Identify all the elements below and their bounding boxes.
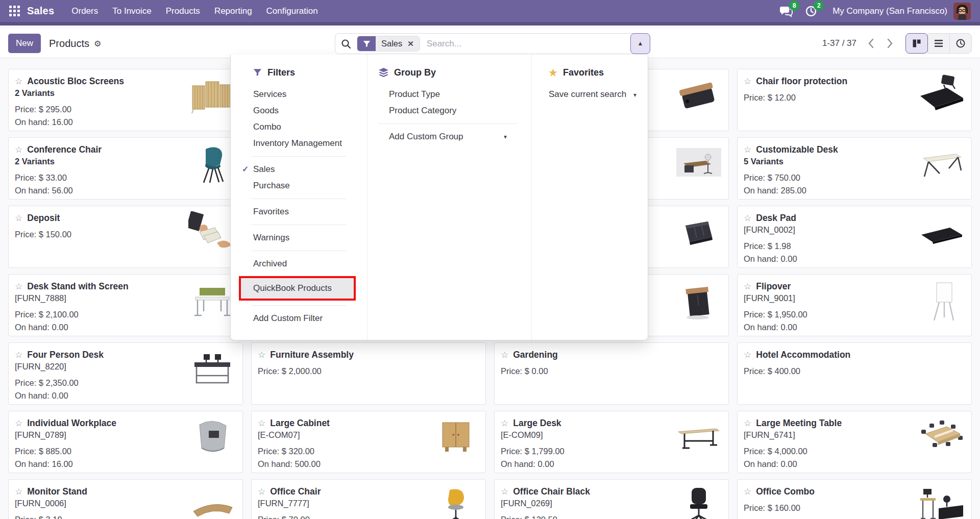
filter-item-purchase[interactable]: Purchase — [243, 178, 367, 194]
kanban-card-hotel-accommodation[interactable]: ☆Hotel AccommodationPrice: $ 400.00 — [737, 342, 972, 405]
facet-label: Sales — [381, 39, 402, 48]
filter-funnel-icon — [253, 68, 262, 77]
favorite-star-icon[interactable]: ☆ — [15, 349, 22, 361]
activities-button[interactable]: 2 — [805, 5, 817, 17]
pager-next-icon[interactable] — [887, 38, 893, 48]
save-current-search[interactable]: Save current search ▾ — [549, 86, 648, 103]
product-name: Flipover — [756, 281, 791, 292]
kanban-card-customizable-desk[interactable]: ☆Customizable Desk5 VariantsPrice: $ 750… — [737, 137, 972, 200]
favorite-star-icon[interactable]: ☆ — [258, 349, 265, 361]
kanban-card-chair-floor-protection[interactable]: ☆Chair floor protectionPrice: $ 12.00 — [737, 69, 972, 131]
filters-section: Filters ServicesGoodsComboInventory Mana… — [231, 55, 367, 340]
favorite-star-icon[interactable]: ☆ — [744, 486, 751, 498]
product-name: Large Meeting Table — [756, 417, 842, 429]
favorite-star-icon[interactable]: ☆ — [501, 349, 508, 361]
filter-item-combo[interactable]: Combo — [243, 119, 367, 135]
messages-button[interactable]: 8 — [779, 5, 793, 17]
product-variant-count: 2 Variants — [15, 87, 235, 99]
filter-item-add-custom-filter[interactable]: Add Custom Filter — [243, 310, 367, 327]
facet-remove-icon[interactable]: ✕ — [407, 39, 414, 48]
filter-item-inventory-management[interactable]: Inventory Management — [243, 135, 367, 152]
nav-menu-configuration[interactable]: Configuration — [259, 6, 325, 16]
filter-item-warnings[interactable]: Warnings — [243, 230, 367, 246]
kanban-card-large-cabinet[interactable]: ☆Large Cabinet[E-COM07]Price: $ 320.00On… — [251, 411, 486, 473]
kanban-card-individual-workplace[interactable]: ☆Individual Workplace[FURN_0789]Price: $… — [8, 411, 243, 473]
product-reference: [FURN_0789] — [15, 429, 235, 441]
favorite-star-icon[interactable]: ☆ — [744, 281, 751, 292]
nav-menu-products[interactable]: Products — [159, 6, 207, 16]
favorite-star-icon[interactable]: ☆ — [15, 281, 22, 292]
kanban-card-monitor-stand[interactable]: ☆Monitor Stand[FURN_0006]Price: $ 3.19 — [8, 479, 243, 519]
filter-item-favorites[interactable]: Favorites — [243, 204, 367, 220]
new-button[interactable]: New — [8, 34, 41, 53]
groupby-item-product-category[interactable]: Product Category — [379, 103, 531, 119]
favorite-star-icon[interactable]: ☆ — [15, 144, 22, 156]
filter-item-goods[interactable]: Goods — [243, 103, 367, 119]
product-price: Price: $ 70.00 — [258, 513, 478, 519]
groupby-item-product-type[interactable]: Product Type — [379, 86, 531, 103]
kanban-card-gardening[interactable]: ☆GardeningPrice: $ 0.00 — [494, 342, 729, 405]
product-name: Hotel Accommodation — [756, 349, 850, 361]
kanban-card-large-desk[interactable]: ☆Large Desk[E-COM09]Price: $ 1,799.00On … — [494, 411, 729, 473]
kanban-card-four-person-desk[interactable]: ☆Four Person Desk[FURN_8220]Price: $ 2,3… — [8, 342, 243, 405]
search-facet: Sales ✕ — [357, 36, 420, 52]
favorite-star-icon[interactable]: ☆ — [15, 486, 22, 498]
product-price: Price: $ 400.00 — [744, 365, 964, 378]
groupby-section: Group By Product TypeProduct Category Ad… — [367, 55, 531, 340]
favorite-star-icon[interactable]: ☆ — [744, 144, 751, 156]
filter-item-sales[interactable]: ✓Sales — [243, 161, 367, 178]
nav-menu-reporting[interactable]: Reporting — [207, 6, 259, 16]
favorite-star-icon[interactable]: ☆ — [258, 486, 265, 498]
action-gear-icon[interactable]: ⚙ — [94, 39, 101, 48]
filter-item-services[interactable]: Services — [243, 86, 367, 103]
product-name: Conference Chair — [27, 144, 102, 156]
kanban-card-conference-chair[interactable]: ☆Conference Chair2 VariantsPrice: $ 33.0… — [8, 137, 243, 200]
favorite-star-icon[interactable]: ☆ — [15, 417, 22, 429]
kanban-card-furniture-assembly[interactable]: ☆Furniture AssemblyPrice: $ 2,000.00 — [251, 342, 486, 405]
favorite-star-icon[interactable]: ☆ — [744, 349, 751, 361]
apps-grid-icon[interactable] — [9, 6, 20, 16]
kanban-card-flipover[interactable]: ☆Flipover[FURN_9001]Price: $ 1,950.00On … — [737, 274, 972, 336]
product-price: Price: $ 120.50 — [501, 513, 721, 519]
app-name[interactable]: Sales — [27, 5, 54, 17]
product-on-hand: On hand: 56.00 — [15, 184, 235, 197]
search-input[interactable] — [426, 38, 630, 50]
filter-item-archived[interactable]: Archived — [243, 256, 367, 272]
kanban-card-office-chair-black[interactable]: ☆Office Chair Black[FURN_0269]Price: $ 1… — [494, 479, 729, 519]
view-list-button[interactable] — [927, 33, 950, 54]
search-dropdown-toggle[interactable]: ▲ — [630, 33, 650, 54]
kanban-card-desk-stand-with-screen[interactable]: ☆Desk Stand with Screen[FURN_7888]Price:… — [8, 274, 243, 336]
pager-previous-icon[interactable] — [868, 38, 874, 48]
product-price: Price: $ 295.00 — [15, 103, 235, 116]
product-name: Acoustic Bloc Screens — [27, 76, 124, 87]
favorite-star-icon[interactable]: ☆ — [501, 486, 508, 498]
view-kanban-button[interactable] — [905, 33, 928, 54]
favorite-star-icon[interactable]: ☆ — [15, 76, 22, 87]
kanban-card-deposit[interactable]: ☆DepositPrice: $ 150.00 — [8, 206, 243, 268]
add-custom-group[interactable]: Add Custom Group ▾ — [379, 129, 531, 145]
favorite-star-icon[interactable]: ☆ — [15, 212, 22, 224]
kanban-card-office-chair[interactable]: ☆Office Chair[FURN_7777]Price: $ 70.00 — [251, 479, 486, 519]
favorite-star-icon[interactable]: ☆ — [258, 417, 265, 429]
favorite-star-icon[interactable]: ☆ — [744, 417, 751, 429]
kanban-card-large-meeting-table[interactable]: ☆Large Meeting Table[FURN_6741]Price: $ … — [737, 411, 972, 473]
nav-menu-orders[interactable]: Orders — [64, 6, 105, 16]
user-avatar[interactable] — [953, 3, 971, 20]
kanban-card-office-combo[interactable]: ☆Office ComboPrice: $ 160.00 — [737, 479, 972, 519]
view-activity-button[interactable] — [949, 33, 972, 54]
favorite-star-icon[interactable]: ☆ — [744, 212, 751, 224]
product-name: Large Desk — [513, 417, 561, 429]
company-switcher[interactable]: My Company (San Francisco) — [832, 6, 947, 16]
view-switcher — [905, 33, 972, 54]
kanban-card-desk-pad[interactable]: ☆Desk Pad[FURN_0002]Price: $ 1.98On hand… — [737, 206, 972, 268]
favorite-star-icon[interactable]: ☆ — [501, 417, 508, 429]
product-variant-count: 2 Variants — [15, 156, 235, 167]
search-icon — [341, 39, 351, 49]
favorite-star-icon[interactable]: ☆ — [744, 76, 751, 87]
product-name: Individual Workplace — [27, 417, 116, 429]
kanban-card-acoustic-bloc-screens[interactable]: ☆Acoustic Bloc Screens2 VariantsPrice: $… — [8, 69, 243, 131]
filter-item-quickbook-products-highlighted[interactable]: QuickBook Products — [239, 276, 356, 301]
product-image-deskphoto — [674, 143, 723, 190]
nav-menu-to-invoice[interactable]: To Invoice — [105, 6, 159, 16]
product-reference: [FURN_0269] — [501, 498, 721, 509]
